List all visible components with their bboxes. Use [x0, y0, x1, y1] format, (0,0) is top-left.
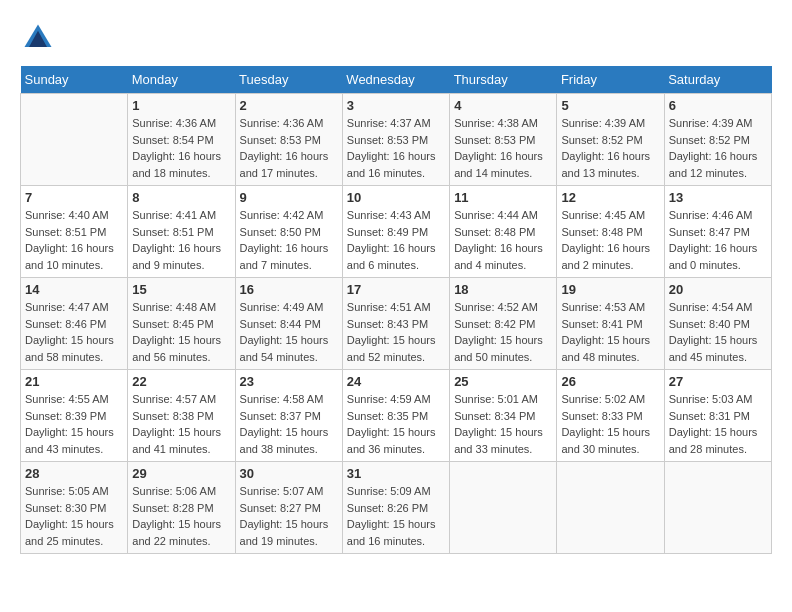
calendar-header-row: SundayMondayTuesdayWednesdayThursdayFrid…: [21, 66, 772, 94]
calendar-cell: 10Sunrise: 4:43 AMSunset: 8:49 PMDayligh…: [342, 186, 449, 278]
day-number: 22: [132, 374, 230, 389]
day-number: 19: [561, 282, 659, 297]
col-header-thursday: Thursday: [450, 66, 557, 94]
calendar-cell: 3Sunrise: 4:37 AMSunset: 8:53 PMDaylight…: [342, 94, 449, 186]
calendar-week-row: 1Sunrise: 4:36 AMSunset: 8:54 PMDaylight…: [21, 94, 772, 186]
day-number: 16: [240, 282, 338, 297]
day-number: 5: [561, 98, 659, 113]
day-info: Sunrise: 4:48 AMSunset: 8:45 PMDaylight:…: [132, 299, 230, 365]
calendar-cell: 19Sunrise: 4:53 AMSunset: 8:41 PMDayligh…: [557, 278, 664, 370]
day-info: Sunrise: 5:09 AMSunset: 8:26 PMDaylight:…: [347, 483, 445, 549]
calendar-cell: [21, 94, 128, 186]
calendar-week-row: 7Sunrise: 4:40 AMSunset: 8:51 PMDaylight…: [21, 186, 772, 278]
calendar-cell: 13Sunrise: 4:46 AMSunset: 8:47 PMDayligh…: [664, 186, 771, 278]
day-info: Sunrise: 4:44 AMSunset: 8:48 PMDaylight:…: [454, 207, 552, 273]
day-number: 10: [347, 190, 445, 205]
day-number: 8: [132, 190, 230, 205]
calendar-cell: 4Sunrise: 4:38 AMSunset: 8:53 PMDaylight…: [450, 94, 557, 186]
day-info: Sunrise: 4:53 AMSunset: 8:41 PMDaylight:…: [561, 299, 659, 365]
day-number: 31: [347, 466, 445, 481]
calendar-cell: [557, 462, 664, 554]
calendar-cell: 12Sunrise: 4:45 AMSunset: 8:48 PMDayligh…: [557, 186, 664, 278]
day-info: Sunrise: 4:55 AMSunset: 8:39 PMDaylight:…: [25, 391, 123, 457]
day-number: 13: [669, 190, 767, 205]
day-info: Sunrise: 4:39 AMSunset: 8:52 PMDaylight:…: [561, 115, 659, 181]
day-info: Sunrise: 4:41 AMSunset: 8:51 PMDaylight:…: [132, 207, 230, 273]
day-number: 4: [454, 98, 552, 113]
calendar-table: SundayMondayTuesdayWednesdayThursdayFrid…: [20, 66, 772, 554]
day-number: 12: [561, 190, 659, 205]
day-info: Sunrise: 5:03 AMSunset: 8:31 PMDaylight:…: [669, 391, 767, 457]
col-header-tuesday: Tuesday: [235, 66, 342, 94]
day-info: Sunrise: 4:45 AMSunset: 8:48 PMDaylight:…: [561, 207, 659, 273]
col-header-sunday: Sunday: [21, 66, 128, 94]
calendar-cell: 14Sunrise: 4:47 AMSunset: 8:46 PMDayligh…: [21, 278, 128, 370]
day-number: 15: [132, 282, 230, 297]
day-number: 23: [240, 374, 338, 389]
day-info: Sunrise: 4:49 AMSunset: 8:44 PMDaylight:…: [240, 299, 338, 365]
calendar-cell: 23Sunrise: 4:58 AMSunset: 8:37 PMDayligh…: [235, 370, 342, 462]
calendar-cell: [664, 462, 771, 554]
day-number: 20: [669, 282, 767, 297]
day-number: 26: [561, 374, 659, 389]
calendar-week-row: 14Sunrise: 4:47 AMSunset: 8:46 PMDayligh…: [21, 278, 772, 370]
calendar-cell: 8Sunrise: 4:41 AMSunset: 8:51 PMDaylight…: [128, 186, 235, 278]
calendar-cell: 7Sunrise: 4:40 AMSunset: 8:51 PMDaylight…: [21, 186, 128, 278]
calendar-cell: 20Sunrise: 4:54 AMSunset: 8:40 PMDayligh…: [664, 278, 771, 370]
day-info: Sunrise: 4:58 AMSunset: 8:37 PMDaylight:…: [240, 391, 338, 457]
day-info: Sunrise: 5:07 AMSunset: 8:27 PMDaylight:…: [240, 483, 338, 549]
day-info: Sunrise: 5:02 AMSunset: 8:33 PMDaylight:…: [561, 391, 659, 457]
day-number: 9: [240, 190, 338, 205]
calendar-week-row: 21Sunrise: 4:55 AMSunset: 8:39 PMDayligh…: [21, 370, 772, 462]
day-info: Sunrise: 5:05 AMSunset: 8:30 PMDaylight:…: [25, 483, 123, 549]
day-info: Sunrise: 4:40 AMSunset: 8:51 PMDaylight:…: [25, 207, 123, 273]
day-info: Sunrise: 4:36 AMSunset: 8:54 PMDaylight:…: [132, 115, 230, 181]
col-header-monday: Monday: [128, 66, 235, 94]
day-number: 24: [347, 374, 445, 389]
day-number: 25: [454, 374, 552, 389]
calendar-cell: 21Sunrise: 4:55 AMSunset: 8:39 PMDayligh…: [21, 370, 128, 462]
day-info: Sunrise: 4:42 AMSunset: 8:50 PMDaylight:…: [240, 207, 338, 273]
day-info: Sunrise: 5:01 AMSunset: 8:34 PMDaylight:…: [454, 391, 552, 457]
day-number: 27: [669, 374, 767, 389]
day-number: 2: [240, 98, 338, 113]
calendar-cell: 6Sunrise: 4:39 AMSunset: 8:52 PMDaylight…: [664, 94, 771, 186]
day-number: 28: [25, 466, 123, 481]
calendar-cell: 1Sunrise: 4:36 AMSunset: 8:54 PMDaylight…: [128, 94, 235, 186]
day-number: 11: [454, 190, 552, 205]
col-header-saturday: Saturday: [664, 66, 771, 94]
logo: [20, 20, 60, 56]
calendar-cell: 22Sunrise: 4:57 AMSunset: 8:38 PMDayligh…: [128, 370, 235, 462]
calendar-week-row: 28Sunrise: 5:05 AMSunset: 8:30 PMDayligh…: [21, 462, 772, 554]
day-info: Sunrise: 4:43 AMSunset: 8:49 PMDaylight:…: [347, 207, 445, 273]
col-header-friday: Friday: [557, 66, 664, 94]
calendar-cell: 31Sunrise: 5:09 AMSunset: 8:26 PMDayligh…: [342, 462, 449, 554]
calendar-cell: 18Sunrise: 4:52 AMSunset: 8:42 PMDayligh…: [450, 278, 557, 370]
day-info: Sunrise: 4:36 AMSunset: 8:53 PMDaylight:…: [240, 115, 338, 181]
calendar-cell: 24Sunrise: 4:59 AMSunset: 8:35 PMDayligh…: [342, 370, 449, 462]
page-header: [20, 20, 772, 56]
calendar-cell: 28Sunrise: 5:05 AMSunset: 8:30 PMDayligh…: [21, 462, 128, 554]
day-info: Sunrise: 4:39 AMSunset: 8:52 PMDaylight:…: [669, 115, 767, 181]
day-info: Sunrise: 4:54 AMSunset: 8:40 PMDaylight:…: [669, 299, 767, 365]
calendar-cell: 15Sunrise: 4:48 AMSunset: 8:45 PMDayligh…: [128, 278, 235, 370]
day-number: 6: [669, 98, 767, 113]
calendar-cell: 17Sunrise: 4:51 AMSunset: 8:43 PMDayligh…: [342, 278, 449, 370]
day-number: 7: [25, 190, 123, 205]
logo-icon: [20, 20, 56, 56]
day-info: Sunrise: 4:59 AMSunset: 8:35 PMDaylight:…: [347, 391, 445, 457]
day-info: Sunrise: 4:52 AMSunset: 8:42 PMDaylight:…: [454, 299, 552, 365]
day-number: 14: [25, 282, 123, 297]
day-number: 21: [25, 374, 123, 389]
calendar-cell: 30Sunrise: 5:07 AMSunset: 8:27 PMDayligh…: [235, 462, 342, 554]
day-info: Sunrise: 4:51 AMSunset: 8:43 PMDaylight:…: [347, 299, 445, 365]
calendar-cell: [450, 462, 557, 554]
calendar-cell: 9Sunrise: 4:42 AMSunset: 8:50 PMDaylight…: [235, 186, 342, 278]
col-header-wednesday: Wednesday: [342, 66, 449, 94]
calendar-cell: 27Sunrise: 5:03 AMSunset: 8:31 PMDayligh…: [664, 370, 771, 462]
calendar-cell: 5Sunrise: 4:39 AMSunset: 8:52 PMDaylight…: [557, 94, 664, 186]
calendar-cell: 25Sunrise: 5:01 AMSunset: 8:34 PMDayligh…: [450, 370, 557, 462]
day-info: Sunrise: 4:37 AMSunset: 8:53 PMDaylight:…: [347, 115, 445, 181]
day-number: 3: [347, 98, 445, 113]
calendar-cell: 11Sunrise: 4:44 AMSunset: 8:48 PMDayligh…: [450, 186, 557, 278]
